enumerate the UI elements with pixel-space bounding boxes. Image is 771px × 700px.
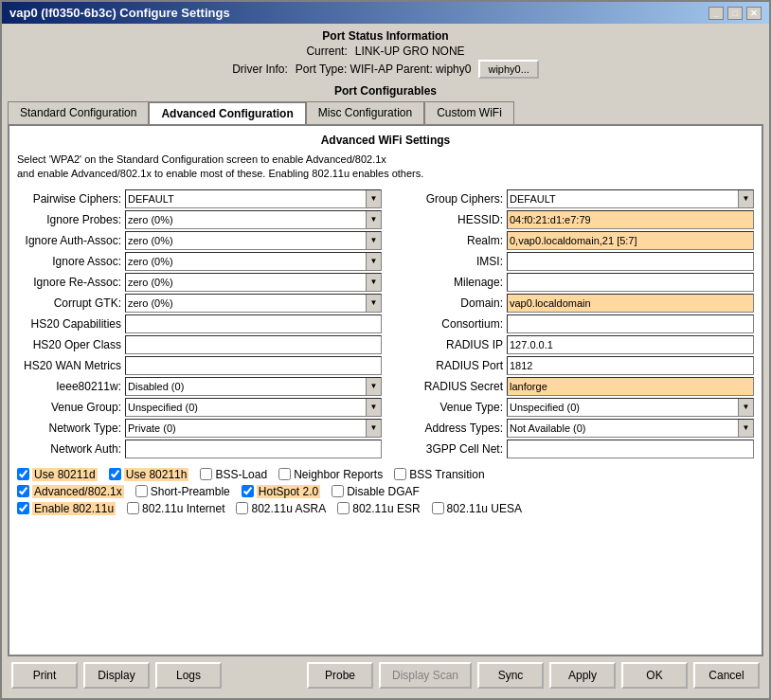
ieee80211w-value: Disabled (0) — [126, 381, 366, 392]
sync-button[interactable]: Sync — [477, 662, 544, 689]
80211u-uesa-checkbox[interactable] — [432, 502, 444, 514]
use-80211h-checkbox[interactable] — [109, 468, 121, 480]
venue-group-arrow[interactable]: ▼ — [366, 399, 381, 416]
hs20-wan-metrics-input[interactable] — [125, 356, 382, 375]
disable-dgaf-checkbox[interactable] — [332, 485, 344, 497]
checkbox-80211u-internet: 802.11u Internet — [127, 502, 224, 515]
radius-secret-input[interactable] — [507, 377, 754, 396]
logs-button[interactable]: Logs — [155, 662, 222, 689]
enable-80211u-checkbox[interactable] — [17, 502, 29, 514]
hs20-oper-class-label: HS20 Oper Class — [17, 338, 121, 351]
tab-custom-wifi[interactable]: Custom WiFi — [424, 101, 514, 124]
ignore-auth-assoc-arrow[interactable]: ▼ — [366, 232, 381, 249]
imsi-input[interactable] — [507, 252, 754, 271]
80211u-asra-checkbox[interactable] — [236, 502, 248, 514]
radius-port-input[interactable] — [507, 356, 754, 375]
hessid-input[interactable] — [507, 210, 754, 229]
cancel-button[interactable]: Cancel — [693, 662, 760, 689]
group-ciphers-value: DEFAULT — [508, 193, 738, 205]
titlebar: vap0 (lf0350-6b3c) Configure Settings _ … — [2, 2, 769, 24]
group-ciphers-select[interactable]: DEFAULT ▼ — [507, 189, 754, 208]
right-fields: Group Ciphers: DEFAULT ▼ HESSID: Realm: — [389, 189, 754, 460]
ieee80211w-row: Ieee80211w: Disabled (0) ▼ — [17, 377, 382, 396]
venue-group-row: Venue Group: Unspecified (0) ▼ — [17, 398, 382, 417]
hs20-capabilities-input[interactable] — [125, 314, 382, 333]
corrupt-gtk-arrow[interactable]: ▼ — [366, 295, 381, 312]
checkbox-advanced-8021x: Advanced/802.1x — [17, 485, 124, 498]
corrupt-gtk-select[interactable]: zero (0%) ▼ — [125, 294, 382, 313]
tab-content-advanced: Advanced WiFi Settings Select 'WPA2' on … — [8, 124, 763, 656]
ignore-auth-assoc-select[interactable]: zero (0%) ▼ — [125, 231, 382, 250]
checkbox-80211u-asra: 802.11u ASRA — [236, 502, 326, 515]
venue-type-select[interactable]: Unspecified (0) ▼ — [507, 398, 754, 417]
use-80211d-checkbox[interactable] — [17, 468, 29, 480]
bss-load-checkbox[interactable] — [200, 468, 212, 480]
ignore-probes-arrow[interactable]: ▼ — [366, 211, 381, 228]
wiphy-button[interactable]: wiphy0... — [478, 60, 538, 79]
short-preamble-checkbox[interactable] — [135, 485, 148, 497]
ignore-assoc-select[interactable]: zero (0%) ▼ — [125, 252, 382, 271]
advanced-8021x-label: Advanced/802.1x — [32, 485, 124, 498]
apply-button[interactable]: Apply — [549, 662, 616, 689]
ignore-reassoc-row: Ignore Re-Assoc: zero (0%) ▼ — [17, 273, 382, 292]
80211u-internet-checkbox[interactable] — [127, 502, 139, 514]
probe-button[interactable]: Probe — [307, 662, 373, 689]
hotspot-2-checkbox[interactable] — [242, 485, 254, 497]
use-80211h-label: Use 80211h — [124, 468, 189, 481]
display-scan-button[interactable]: Display Scan — [379, 662, 472, 689]
advanced-8021x-checkbox[interactable] — [17, 485, 29, 497]
address-types-select[interactable]: Not Available (0) ▼ — [507, 419, 754, 438]
hs20-oper-class-input[interactable] — [125, 335, 382, 354]
neighbor-reports-label: Neighbor Reports — [294, 468, 383, 481]
tab-standard[interactable]: Standard Configuration — [8, 101, 149, 124]
checkbox-enable-80211u: Enable 802.11u — [17, 502, 116, 515]
network-type-arrow[interactable]: ▼ — [366, 420, 381, 437]
ignore-auth-assoc-label: Ignore Auth-Assoc: — [17, 234, 121, 247]
main-window: vap0 (lf0350-6b3c) Configure Settings _ … — [0, 0, 771, 700]
pairwise-ciphers-arrow[interactable]: ▼ — [366, 190, 381, 207]
ok-button[interactable]: OK — [621, 662, 688, 689]
neighbor-reports-checkbox[interactable] — [278, 468, 291, 480]
domain-input[interactable] — [507, 294, 754, 313]
ignore-probes-select[interactable]: zero (0%) ▼ — [125, 210, 382, 229]
close-button[interactable]: ✕ — [746, 7, 762, 20]
ieee80211w-select[interactable]: Disabled (0) ▼ — [125, 377, 382, 396]
network-auth-input[interactable] — [125, 440, 382, 458]
network-type-label: Network Type: — [17, 422, 121, 435]
window-title: vap0 (lf0350-6b3c) Configure Settings — [9, 6, 230, 20]
realm-input[interactable] — [507, 231, 754, 250]
radius-ip-input[interactable] — [507, 335, 754, 354]
hessid-row: HESSID: — [389, 210, 754, 229]
maximize-button[interactable]: □ — [727, 7, 743, 20]
venue-group-select[interactable]: Unspecified (0) ▼ — [125, 398, 382, 417]
current-status-row: Current: LINK-UP GRO NONE — [8, 45, 763, 58]
tab-misc[interactable]: Misc Configuration — [306, 101, 424, 124]
ignore-reassoc-arrow[interactable]: ▼ — [366, 274, 381, 291]
minimize-button[interactable]: _ — [708, 7, 724, 20]
3gpp-cell-net-input[interactable] — [507, 440, 754, 458]
bottom-buttons-bar: Print Display Logs Probe Display Scan Sy… — [8, 656, 763, 692]
ieee80211w-label: Ieee80211w: — [17, 380, 121, 393]
pairwise-ciphers-select[interactable]: DEFAULT ▼ — [125, 189, 382, 208]
address-types-arrow[interactable]: ▼ — [738, 420, 753, 437]
tab-advanced[interactable]: Advanced Configuration — [149, 101, 305, 124]
venue-group-value: Unspecified (0) — [126, 402, 366, 413]
print-button[interactable]: Print — [11, 662, 78, 689]
pairwise-ciphers-label: Pairwise Ciphers: — [17, 192, 121, 206]
venue-type-arrow[interactable]: ▼ — [738, 399, 753, 416]
ignore-assoc-arrow[interactable]: ▼ — [366, 253, 381, 270]
milenage-input[interactable] — [507, 273, 754, 292]
driver-value: Port Type: WIFI-AP Parent: wiphy0 — [296, 63, 472, 76]
network-type-select[interactable]: Private (0) ▼ — [125, 419, 382, 438]
checkbox-row-1: Use 80211d Use 80211h BSS-Load Neighbor … — [17, 468, 754, 481]
ignore-reassoc-select[interactable]: zero (0%) ▼ — [125, 273, 382, 292]
group-ciphers-arrow[interactable]: ▼ — [738, 190, 753, 207]
venue-type-value: Unspecified (0) — [508, 402, 738, 413]
display-button[interactable]: Display — [83, 662, 150, 689]
bss-transition-checkbox[interactable] — [394, 468, 406, 480]
80211u-esr-checkbox[interactable] — [337, 502, 350, 514]
hotspot-2-label: HotSpot 2.0 — [257, 485, 320, 498]
consortium-input[interactable] — [507, 314, 754, 333]
ieee80211w-arrow[interactable]: ▼ — [366, 378, 381, 395]
left-button-group: Print Display Logs — [11, 662, 222, 689]
